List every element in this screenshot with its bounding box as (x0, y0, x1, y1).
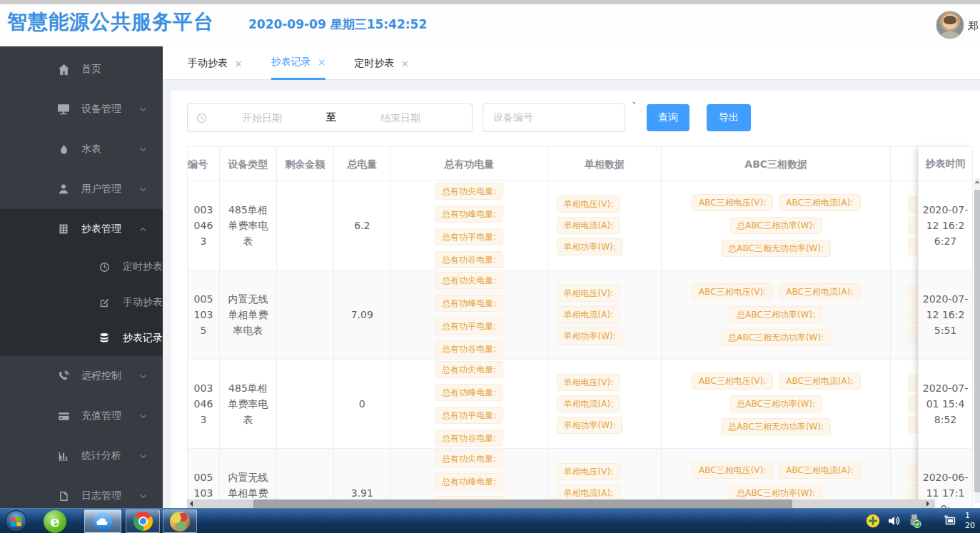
safety-360-icon[interactable] (865, 513, 881, 529)
content-card: 至 ` 查询 导出 备编号设备类型剩余金额总电量总有功电量单相数据ABC三相数据… (171, 91, 980, 508)
taskbar-button-chrome[interactable] (126, 509, 160, 533)
usb-device-icon[interactable] (906, 513, 922, 529)
sidebar-item-reading-records[interactable]: 抄表记录 (0, 320, 163, 356)
cell-total-energy: 6.2 (334, 181, 391, 270)
taskbar: e 1 (0, 508, 980, 533)
sidebar-item-stats-analysis[interactable]: 统计分析 (0, 436, 163, 476)
column-header-5: 单相数据 (548, 147, 662, 181)
avatar[interactable] (936, 11, 964, 39)
column-header-4: 总有功电量 (391, 147, 548, 181)
sidebar-item-meter-reading-mgmt[interactable]: 抄表管理 (0, 209, 163, 249)
taskbar-button-photo-app[interactable] (163, 509, 197, 533)
energy-tag: 总有功峰电量: (435, 295, 503, 312)
vertical-scrollbar[interactable] (974, 178, 980, 503)
cell-balance (277, 181, 334, 270)
browser-360-icon: e (44, 510, 66, 533)
single-phase-tag: 单相电流(A): (557, 395, 621, 412)
sidebar-item-log-mgmt[interactable]: 日志管理 (0, 476, 163, 508)
sidebar-item-user-mgmt[interactable]: 用户管理 (0, 169, 163, 209)
horizontal-scrollbar-thumb[interactable] (253, 499, 792, 508)
user-name[interactable]: 郑 (968, 19, 980, 33)
export-button[interactable]: 导出 (707, 104, 751, 131)
sidebar-item-label: 设备管理 (81, 103, 121, 116)
tab-close-icon[interactable]: × (400, 58, 409, 69)
cell-active-energy-tags: 总有功尖电量:总有功峰电量:总有功平电量:总有功谷电量: (391, 270, 548, 359)
start-date-input[interactable] (207, 111, 317, 124)
cell-device-number: 0051035 (188, 270, 220, 359)
energy-tag: 总有功尖电量: (435, 183, 503, 200)
main-content: 至 ` 查询 导出 备编号设备类型剩余金额总电量总有功电量单相数据ABC三相数据… (163, 80, 980, 508)
end-date-input[interactable] (345, 111, 455, 124)
abc-phase-tag: 总ABC三相无功功率(W): (721, 240, 831, 257)
cell-balance (277, 360, 334, 448)
energy-tag: 总有功峰电量: (435, 384, 503, 401)
sidebar-item-remote-control[interactable]: 远程控制 (0, 356, 163, 396)
scroll-right-arrow-icon[interactable] (926, 501, 929, 507)
single-phase-tag: 单相电压(V): (557, 196, 621, 213)
clock-icon (98, 261, 110, 273)
tab-manual-reading[interactable]: 手动抄表× (188, 46, 243, 80)
energy-tag: 总有功峰电量: (435, 205, 503, 223)
abc-phase-tag: 总ABC三相无功功率(W): (721, 418, 831, 435)
column-header-1: 设备类型 (220, 147, 277, 181)
single-phase-tag: 单相电流(A): (557, 306, 621, 323)
horizontal-scrollbar[interactable] (187, 499, 935, 508)
header-datetime: 2020-09-09 星期三15:42:52 (248, 16, 427, 33)
photo-app-icon (170, 512, 190, 532)
screen: 智慧能源公共服务平台 2020-09-09 星期三15:42:52 郑 首页设备… (0, 0, 980, 533)
tab-scheduled-reading[interactable]: 定时抄表× (354, 46, 409, 80)
single-phase-tag: 单相功率(W): (557, 417, 623, 434)
clipped-tag-stub (908, 327, 919, 345)
device-number-field[interactable] (483, 103, 625, 132)
sidebar-item-recharge-mgmt[interactable]: 充值管理 (0, 396, 163, 436)
column-header-readtime: 抄表时间 (919, 146, 972, 181)
tab-close-icon[interactable]: × (234, 58, 243, 69)
cell-device-number: 0030463 (188, 360, 220, 448)
tab-close-icon[interactable]: × (318, 56, 326, 68)
column-header-0: 备编号 (188, 147, 220, 181)
start-button[interactable] (5, 510, 27, 532)
taskbar-button-360-browser[interactable]: e (40, 509, 70, 533)
network-icon[interactable] (942, 513, 958, 529)
chevron-down-icon (138, 412, 147, 420)
chevron-down-icon (138, 185, 147, 193)
cell-balance (277, 270, 334, 359)
tray-clock[interactable]: 1 20 (965, 511, 980, 532)
sidebar-item-manual-reading[interactable]: 手动抄表 (0, 285, 163, 320)
date-range-input[interactable]: 至 (187, 103, 473, 132)
sidebar-item-home[interactable]: 首页 (0, 49, 163, 89)
taskbar-button-qq-browser[interactable] (84, 509, 121, 533)
search-button[interactable]: 查询 (647, 104, 689, 131)
clock-icon (196, 113, 207, 123)
energy-tag: 总有功平电量: (435, 318, 503, 335)
edit-icon (98, 297, 110, 308)
sidebar-item-device-mgmt[interactable]: 设备管理 (0, 89, 163, 129)
tab-reading-records[interactable]: 抄表记录× (271, 46, 326, 80)
scroll-up-arrow-icon[interactable] (974, 181, 980, 183)
abc-phase-tag: ABC三相电压(V): (692, 462, 773, 479)
app-header: 智慧能源公共服务平台 2020-09-09 星期三15:42:52 郑 (0, 4, 980, 47)
chevron-up-icon (138, 225, 147, 233)
sidebar-item-label: 统计分析 (81, 450, 121, 462)
vertical-scrollbar-thumb[interactable] (974, 190, 980, 492)
single-phase-tag: 单相电压(V): (557, 374, 621, 391)
sidebar-item-scheduled-reading[interactable]: 定时抄表 (0, 249, 163, 285)
cell-device-type: 485单相单费率电表 (220, 360, 277, 448)
scroll-left-arrow-icon[interactable] (190, 501, 193, 507)
speaker-icon[interactable] (886, 513, 902, 529)
clipped-tag-stub (908, 375, 919, 392)
stray-backtick: ` (632, 101, 637, 114)
energy-tag: 总有功谷电量: (435, 251, 503, 268)
sidebar-item-label: 日志管理 (81, 489, 121, 502)
table-row: 0051035内置无线单相单费率电表7.09总有功尖电量:总有功峰电量:总有功平… (187, 270, 973, 360)
cell-active-energy-tags: 总有功尖电量:总有功峰电量:总有功平电量:总有功谷电量: (391, 181, 548, 270)
device-number-input[interactable] (492, 111, 616, 123)
cell-single-phase-tags: 单相电压(V):单相电流(A):单相功率(W): (548, 360, 662, 448)
single-phase-tag: 单相电压(V): (557, 463, 621, 480)
energy-tag: 总有功尖电量: (435, 272, 503, 289)
abc-phase-tag: 总ABC三相无功功率(W): (721, 329, 831, 346)
cell-read-time: 2020-07-12 16:26:27 (919, 181, 972, 270)
sidebar-group-meter-reading-mgmt: 抄表管理定时抄表手动抄表抄表记录 (0, 209, 163, 356)
sidebar-item-water-meter[interactable]: 水表 (0, 129, 163, 169)
sidebar-item-label: 水表 (81, 143, 101, 156)
